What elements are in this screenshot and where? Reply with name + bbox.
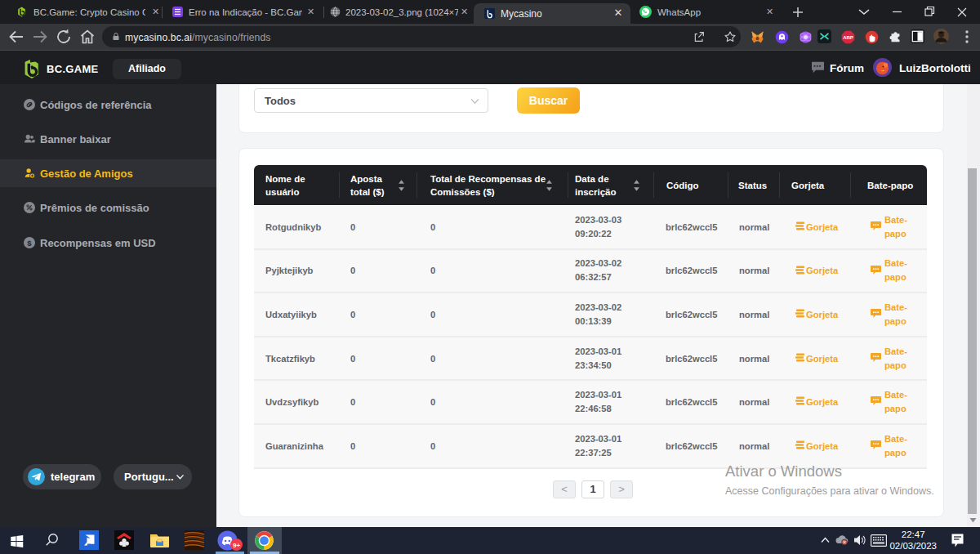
- svg-text:9+: 9+: [233, 542, 240, 549]
- svg-text:ABP: ABP: [843, 35, 853, 40]
- svg-text:$: $: [27, 239, 32, 248]
